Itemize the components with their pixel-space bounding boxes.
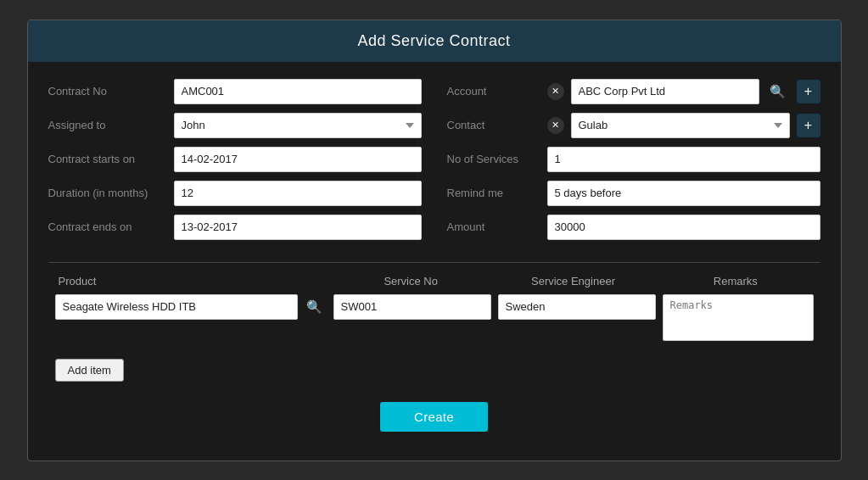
remarks-cell xyxy=(663,294,814,343)
amount-row: Amount xyxy=(447,215,820,240)
right-column: Account ✕ 🔍 + Contact ✕ xyxy=(447,79,820,248)
contract-no-label: Contract No xyxy=(48,85,167,98)
service-no-input[interactable] xyxy=(333,294,491,320)
contract-ends-label: Contract ends on xyxy=(48,220,167,233)
contract-starts-input[interactable] xyxy=(174,147,422,172)
remind-me-label: Remind me xyxy=(447,187,540,199)
contract-ends-row: Contract ends on xyxy=(48,215,422,240)
contact-row: Contact ✕ Gulab + xyxy=(447,113,820,138)
amount-input[interactable] xyxy=(547,215,820,240)
duration-label: Duration (in months) xyxy=(48,187,167,199)
left-column: Contract No Assigned to John Contract st… xyxy=(48,79,422,248)
contract-starts-label: Contract starts on xyxy=(48,153,167,165)
assigned-to-label: Assigned to xyxy=(48,119,167,131)
dialog-body: Contract No Assigned to John Contract st… xyxy=(28,62,841,460)
contract-ends-input[interactable] xyxy=(174,215,422,240)
contact-label: Contact xyxy=(447,119,540,131)
contract-no-row: Contract No xyxy=(48,79,422,104)
duration-input[interactable] xyxy=(174,181,422,206)
remind-me-row: Remind me xyxy=(447,181,820,206)
no-of-services-label: No of Services xyxy=(447,153,540,165)
create-button[interactable]: Create xyxy=(380,402,488,432)
section-divider xyxy=(48,262,820,263)
assigned-to-select[interactable]: John xyxy=(174,113,422,138)
service-no-cell xyxy=(333,294,491,320)
search-icon: 🔍 xyxy=(770,84,786,99)
col-header-product: Product xyxy=(55,275,327,287)
assigned-to-row: Assigned to John xyxy=(48,113,422,138)
items-section: Product Service No Service Engineer Rema… xyxy=(48,275,820,382)
account-clear-btn[interactable]: ✕ xyxy=(547,83,564,100)
service-engineer-input[interactable] xyxy=(498,294,656,320)
col-header-service-no: Service No xyxy=(333,275,489,287)
product-input[interactable] xyxy=(55,294,298,320)
contact-clear-btn[interactable]: ✕ xyxy=(547,117,564,134)
add-service-contract-dialog: Add Service Contract Contract No Assigne… xyxy=(27,20,842,461)
dialog-title: Add Service Contract xyxy=(28,20,841,62)
col-header-remarks: Remarks xyxy=(658,275,813,287)
duration-row: Duration (in months) xyxy=(48,181,422,206)
service-engineer-cell xyxy=(498,294,656,320)
account-search-btn[interactable]: 🔍 xyxy=(766,80,790,103)
amount-label: Amount xyxy=(447,220,540,233)
items-table-row: 🔍 xyxy=(48,294,820,343)
add-item-wrapper: Add item xyxy=(48,350,820,382)
contract-no-input[interactable] xyxy=(174,79,422,104)
form-grid: Contract No Assigned to John Contract st… xyxy=(48,79,820,248)
account-input[interactable] xyxy=(571,79,759,104)
remind-me-input[interactable] xyxy=(547,181,820,206)
no-of-services-input[interactable] xyxy=(547,147,820,172)
account-add-btn[interactable]: + xyxy=(797,80,820,103)
footer: Create xyxy=(48,393,820,447)
items-table-header: Product Service No Service Engineer Rema… xyxy=(48,275,820,287)
remarks-textarea[interactable] xyxy=(663,294,814,341)
account-row: Account ✕ 🔍 + xyxy=(447,79,820,104)
product-cell: 🔍 xyxy=(55,294,327,320)
search-icon: 🔍 xyxy=(306,299,322,315)
no-of-services-row: No of Services xyxy=(447,147,820,172)
contract-starts-row: Contract starts on xyxy=(48,147,422,172)
contact-add-btn[interactable]: + xyxy=(797,114,820,137)
product-search-btn[interactable]: 🔍 xyxy=(303,295,327,319)
col-header-service-engineer: Service Engineer xyxy=(496,275,651,287)
add-item-button[interactable]: Add item xyxy=(55,359,124,382)
contact-select[interactable]: Gulab xyxy=(571,113,790,138)
account-label: Account xyxy=(447,85,540,98)
